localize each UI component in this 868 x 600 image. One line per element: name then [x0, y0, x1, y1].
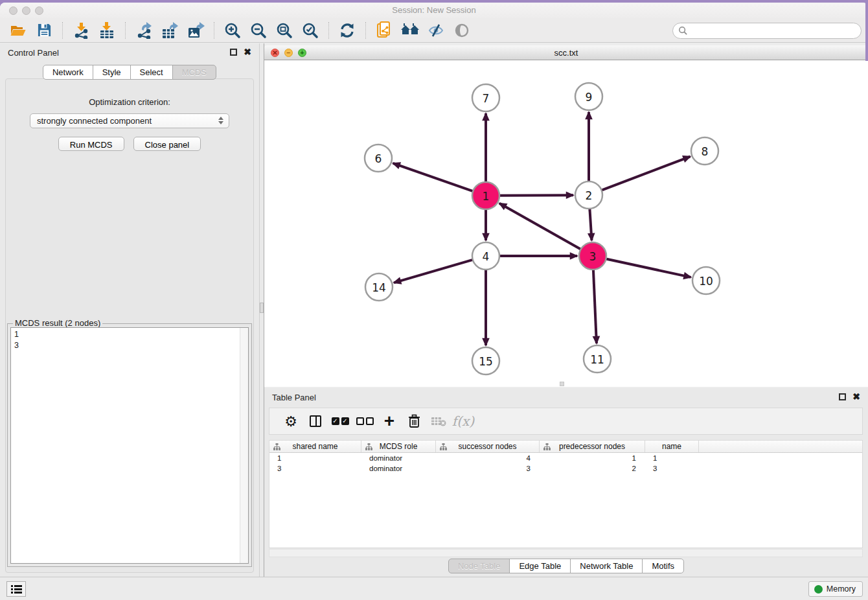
table-settings-button[interactable]: ⚙	[279, 413, 303, 430]
export-table-icon	[161, 22, 179, 39]
node-11[interactable]: 11	[584, 345, 611, 373]
table-cell[interactable]: 3	[645, 465, 699, 472]
mcds-result-text[interactable]: 1 3	[10, 327, 249, 564]
table-cell[interactable]: 1	[269, 454, 361, 462]
tab-network[interactable]: Network	[43, 65, 93, 80]
show-column-button[interactable]	[303, 415, 328, 427]
node-2[interactable]: 2	[575, 181, 602, 209]
node-15[interactable]: 15	[472, 347, 499, 375]
node-6[interactable]: 6	[365, 144, 392, 172]
tab-mcds[interactable]: MCDS	[172, 65, 216, 80]
node-label: 10	[699, 275, 713, 288]
refresh-button[interactable]	[334, 20, 360, 41]
control-panel-header: Control Panel ✖	[0, 43, 259, 62]
table-cell[interactable]: 1	[540, 454, 645, 462]
search-input[interactable]	[672, 23, 862, 39]
import-network-button[interactable]	[68, 20, 94, 41]
task-history-button[interactable]	[6, 581, 26, 597]
memory-status-icon	[814, 585, 823, 594]
zoom-selected-button[interactable]	[297, 20, 323, 41]
column-header-successor-nodes[interactable]: successor nodes	[436, 441, 540, 452]
control-panel: Control Panel ✖ NetworkStyleSelectMCDS O…	[0, 43, 259, 577]
search-icon	[678, 26, 688, 36]
table-cell[interactable]: 2	[540, 465, 645, 472]
result-scrollbar[interactable]	[240, 328, 248, 563]
mcds-result-title: MCDS result (2 nodes)	[13, 318, 102, 328]
table-cell[interactable]: 3	[436, 465, 540, 472]
table-scrollbar[interactable]	[269, 549, 863, 557]
export-image-icon	[187, 22, 205, 39]
memory-button[interactable]: Memory	[808, 581, 863, 597]
node-3[interactable]: 3	[579, 242, 606, 270]
export-table-button[interactable]	[157, 20, 183, 41]
node-14[interactable]: 14	[365, 273, 393, 301]
network-canvas[interactable]: 7968124314101511	[264, 60, 868, 387]
edge-4-14[interactable]	[394, 260, 473, 283]
table-row[interactable]: 3dominator323	[269, 463, 862, 474]
zoom-out-button[interactable]	[246, 20, 271, 41]
column-header-MCDS-role[interactable]: MCDS role	[361, 441, 436, 452]
home-layout-button[interactable]	[397, 20, 423, 41]
tab-style[interactable]: Style	[93, 65, 131, 80]
column-tree-icon	[365, 443, 372, 450]
export-image-button[interactable]	[183, 20, 209, 41]
edge-3-1[interactable]	[499, 203, 581, 249]
network-graph[interactable]: 7968124314101511	[264, 60, 868, 387]
edge-1-6[interactable]	[393, 163, 474, 191]
node-8[interactable]: 8	[691, 137, 718, 165]
edge-3-11[interactable]	[593, 270, 597, 343]
delete-column-button[interactable]	[402, 414, 426, 428]
column-tree-icon	[273, 443, 280, 450]
table-cell[interactable]: 3	[269, 465, 361, 472]
close-table-panel-icon[interactable]: ✖	[852, 391, 860, 402]
float-panel-icon[interactable]	[230, 49, 237, 56]
tab-edge-table[interactable]: Edge Table	[509, 559, 571, 573]
panel-divider[interactable]	[259, 43, 264, 577]
toolbar-separator	[214, 22, 214, 39]
edge-2-8[interactable]	[602, 157, 691, 190]
column-header-shared-name[interactable]: shared name	[269, 441, 361, 452]
tab-node-table[interactable]: Node Table	[448, 559, 510, 573]
deselect-all-button[interactable]	[352, 417, 377, 425]
table-cell[interactable]: dominator	[361, 454, 436, 462]
delete-table-button-disabled	[426, 416, 451, 426]
zoom-in-button[interactable]	[220, 20, 246, 41]
edge-3-10[interactable]	[606, 259, 691, 277]
run-mcds-button[interactable]: Run MCDS	[58, 137, 124, 151]
table-cell[interactable]: dominator	[361, 465, 436, 472]
criterion-dropdown[interactable]: strongly connected component	[30, 113, 229, 128]
column-header-label: predecessor nodes	[559, 442, 625, 451]
tab-select[interactable]: Select	[130, 65, 173, 80]
column-header-name[interactable]: name	[645, 441, 699, 452]
node-table: shared nameMCDS rolesuccessor nodesprede…	[269, 440, 863, 548]
show-hide-graphics-button[interactable]	[449, 20, 475, 41]
edge-2-3[interactable]	[589, 209, 591, 240]
zoom-fit-button[interactable]	[271, 20, 297, 41]
save-session-button[interactable]	[31, 20, 57, 41]
export-network-button[interactable]	[131, 20, 157, 41]
tab-motifs[interactable]: Motifs	[642, 559, 684, 573]
table-row[interactable]: 1dominator411	[269, 453, 862, 463]
hide-graphics-details-button[interactable]	[423, 20, 449, 41]
float-table-panel-icon[interactable]	[839, 393, 846, 400]
column-header-predecessor-nodes[interactable]: predecessor nodes	[540, 441, 645, 452]
node-4[interactable]: 4	[472, 242, 499, 270]
edge-1-2[interactable]	[499, 195, 573, 196]
network-overview-button[interactable]	[371, 20, 397, 41]
divider-grip[interactable]	[260, 303, 264, 313]
close-panel-icon[interactable]: ✖	[244, 47, 251, 57]
close-panel-button[interactable]: Close panel	[133, 137, 201, 151]
node-9[interactable]: 9	[575, 83, 602, 110]
node-7[interactable]: 7	[472, 84, 499, 111]
function-builder-button-disabled: f(x)	[451, 413, 475, 429]
table-cell[interactable]: 4	[436, 454, 540, 462]
node-label: 4	[483, 250, 490, 263]
add-column-button[interactable]: +	[377, 415, 402, 428]
select-all-button[interactable]: ✓✓	[328, 417, 352, 425]
node-10[interactable]: 10	[692, 267, 720, 294]
table-cell[interactable]: 1	[645, 454, 699, 462]
tab-network-table[interactable]: Network Table	[570, 559, 643, 573]
import-table-button[interactable]	[94, 20, 120, 41]
node-1[interactable]: 1	[472, 182, 499, 209]
open-session-button[interactable]	[5, 20, 31, 41]
